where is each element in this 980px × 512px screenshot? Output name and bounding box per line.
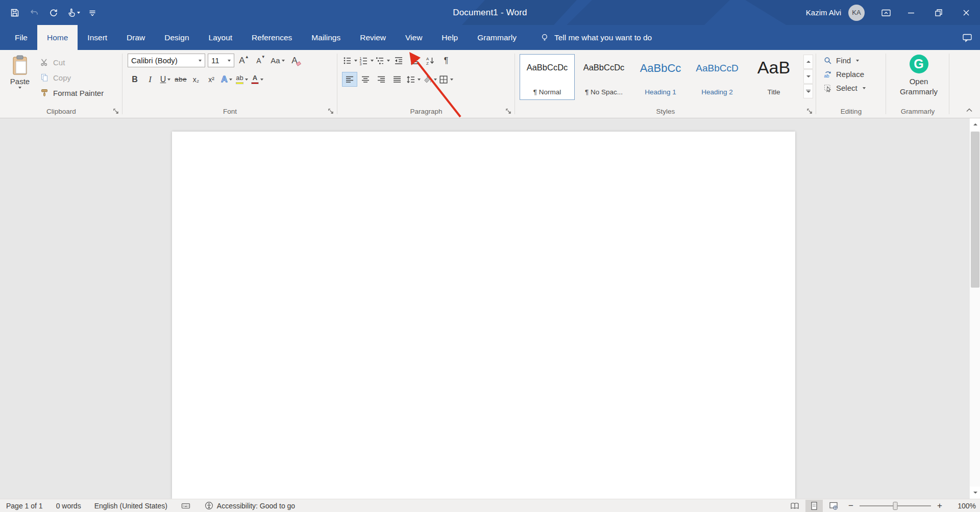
replace-button[interactable]: ab Replace (823, 67, 864, 81)
style-heading-2[interactable]: AaBbCcD Heading 2 (690, 55, 744, 99)
text-effects-button[interactable]: A (219, 72, 234, 86)
font-color-button[interactable]: A (250, 72, 264, 86)
select-button[interactable]: Select (823, 81, 866, 95)
tab-references[interactable]: References (242, 25, 302, 50)
find-button[interactable]: Find (823, 54, 859, 67)
customize-quick-access-button[interactable] (84, 4, 101, 21)
tab-file[interactable]: File (5, 25, 37, 50)
align-left-button[interactable] (342, 72, 357, 86)
account-name[interactable]: Kazim Alvi (806, 8, 841, 17)
justify-icon (392, 74, 402, 85)
clear-formatting-button[interactable]: A (287, 54, 302, 67)
ribbon-display-options-button[interactable] (875, 0, 897, 25)
chevron-up-icon (966, 108, 973, 113)
strikethrough-button[interactable]: abe (174, 72, 188, 86)
cut-button[interactable]: Cut (40, 56, 104, 68)
paragraph-dialog-launcher[interactable] (504, 107, 513, 116)
maximize-restore-button[interactable] (925, 0, 952, 25)
borders-button[interactable] (438, 72, 453, 86)
zoom-slider-thumb[interactable] (893, 502, 898, 510)
tab-design[interactable]: Design (155, 25, 199, 50)
read-mode-button[interactable] (786, 500, 803, 512)
grow-font-button[interactable]: A ▲ (237, 54, 251, 67)
paste-button[interactable]: Paste (5, 54, 35, 99)
scroll-down-button[interactable] (970, 487, 980, 499)
styles-scroll-down-button[interactable] (803, 69, 813, 84)
zoom-percentage[interactable]: 100% (951, 502, 976, 510)
tell-me-box[interactable]: Tell me what you want to do (540, 25, 652, 50)
style-heading-1[interactable]: AaBbCc Heading 1 (633, 55, 688, 99)
tab-insert[interactable]: Insert (78, 25, 117, 50)
tab-view[interactable]: View (396, 25, 432, 50)
font-size-combobox[interactable]: 11 (208, 54, 234, 67)
styles-more-button[interactable] (803, 84, 813, 98)
chevron-down-icon (863, 87, 866, 89)
scroll-up-button[interactable] (970, 118, 980, 131)
justify-button[interactable] (390, 72, 404, 86)
text-highlight-button[interactable]: ab (235, 72, 249, 86)
subscript-button[interactable]: x₂ (189, 72, 203, 86)
page-count[interactable]: Page 1 of 1 (6, 502, 43, 510)
sort-button[interactable]: AZ (423, 54, 437, 67)
clipboard-dialog-launcher[interactable] (111, 107, 120, 116)
italic-button[interactable]: I (143, 72, 157, 86)
save-button[interactable] (6, 4, 23, 21)
undo-button[interactable] (26, 4, 43, 21)
format-painter-button[interactable]: Format Painter (40, 87, 104, 99)
vertical-scrollbar[interactable] (969, 118, 980, 499)
align-center-button[interactable] (358, 72, 373, 86)
line-spacing-button[interactable] (406, 72, 421, 86)
minimize-button[interactable] (897, 0, 925, 25)
close-button[interactable] (952, 0, 980, 25)
font-family-combobox[interactable]: Calibri (Body) (128, 54, 205, 67)
style-no-spacing[interactable]: AaBbCcDc ¶ No Spac... (577, 55, 631, 99)
increase-indent-button[interactable] (407, 54, 422, 67)
numbering-button[interactable]: 123 (359, 54, 374, 67)
touch-mouse-mode-button[interactable] (64, 4, 82, 21)
tab-mailings[interactable]: Mailings (302, 25, 350, 50)
styles-scroll-up-button[interactable] (803, 55, 813, 69)
style-title[interactable]: AaB Title (747, 55, 801, 99)
underline-button[interactable]: U (158, 72, 173, 86)
collapse-ribbon-button[interactable] (964, 106, 975, 115)
repeat-button[interactable] (45, 4, 62, 21)
open-grammarly-button[interactable]: G Open Grammarly (896, 54, 942, 96)
align-right-button[interactable] (374, 72, 388, 86)
tab-help[interactable]: Help (432, 25, 468, 50)
print-layout-button[interactable] (805, 500, 823, 512)
tab-home[interactable]: Home (37, 25, 78, 50)
accessibility-status[interactable]: Accessibility: Good to go (204, 501, 295, 510)
shading-button[interactable] (422, 72, 437, 86)
zoom-in-button[interactable]: + (933, 500, 946, 512)
show-hide-formatting-button[interactable]: ¶ (439, 54, 453, 67)
style-normal[interactable]: AaBbCcDc ¶ Normal (520, 55, 574, 99)
tab-review[interactable]: Review (350, 25, 396, 50)
keyboard-indicator[interactable] (181, 501, 191, 511)
copy-button[interactable]: Copy (40, 71, 104, 84)
tab-grammarly[interactable]: Grammarly (468, 25, 526, 50)
font-size-dropdown[interactable] (225, 54, 234, 67)
tab-draw[interactable]: Draw (117, 25, 155, 50)
zoom-out-button[interactable]: − (844, 500, 857, 512)
bullets-button[interactable] (342, 54, 357, 67)
shrink-font-button[interactable]: A ▼ (254, 54, 268, 67)
document-page[interactable] (172, 132, 795, 499)
decrease-indent-button[interactable] (391, 54, 406, 67)
font-dialog-launcher[interactable] (326, 107, 335, 116)
language-indicator[interactable]: English (United States) (94, 502, 167, 510)
styles-dialog-launcher[interactable] (805, 107, 814, 116)
change-case-button[interactable]: Aa (271, 54, 285, 67)
paste-icon (11, 55, 29, 76)
zoom-slider[interactable] (860, 500, 931, 512)
undo-icon (29, 8, 39, 18)
scrollbar-thumb[interactable] (971, 132, 979, 288)
web-layout-button[interactable] (825, 500, 842, 512)
comments-button[interactable] (962, 25, 973, 50)
bold-button[interactable]: B (128, 72, 142, 86)
multilevel-list-button[interactable] (375, 54, 390, 67)
word-count[interactable]: 0 words (56, 502, 81, 510)
font-family-dropdown[interactable] (195, 54, 205, 67)
tab-layout[interactable]: Layout (199, 25, 242, 50)
superscript-button[interactable]: x² (204, 72, 218, 86)
avatar[interactable]: KA (848, 5, 865, 21)
